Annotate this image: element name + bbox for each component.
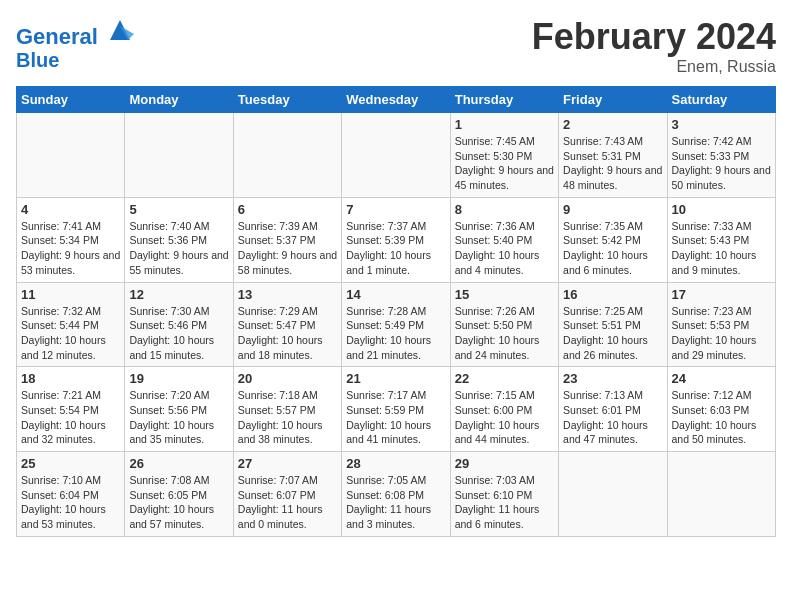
calendar-cell: 2Sunrise: 7:43 AMSunset: 5:31 PMDaylight… [559,113,667,198]
calendar-cell: 11Sunrise: 7:32 AMSunset: 5:44 PMDayligh… [17,282,125,367]
week-row-2: 11Sunrise: 7:32 AMSunset: 5:44 PMDayligh… [17,282,776,367]
calendar-cell: 15Sunrise: 7:26 AMSunset: 5:50 PMDayligh… [450,282,558,367]
calendar-cell: 10Sunrise: 7:33 AMSunset: 5:43 PMDayligh… [667,197,775,282]
calendar-cell: 26Sunrise: 7:08 AMSunset: 6:05 PMDayligh… [125,452,233,537]
calendar-cell: 5Sunrise: 7:40 AMSunset: 5:36 PMDaylight… [125,197,233,282]
day-info: Sunrise: 7:32 AMSunset: 5:44 PMDaylight:… [21,304,120,363]
day-number: 13 [238,287,337,302]
week-row-3: 18Sunrise: 7:21 AMSunset: 5:54 PMDayligh… [17,367,776,452]
day-number: 17 [672,287,771,302]
calendar-cell: 13Sunrise: 7:29 AMSunset: 5:47 PMDayligh… [233,282,341,367]
day-info: Sunrise: 7:07 AMSunset: 6:07 PMDaylight:… [238,473,337,532]
day-info: Sunrise: 7:05 AMSunset: 6:08 PMDaylight:… [346,473,445,532]
day-info: Sunrise: 7:43 AMSunset: 5:31 PMDaylight:… [563,134,662,193]
day-number: 14 [346,287,445,302]
calendar-cell: 12Sunrise: 7:30 AMSunset: 5:46 PMDayligh… [125,282,233,367]
day-number: 20 [238,371,337,386]
day-number: 5 [129,202,228,217]
calendar-body: 1Sunrise: 7:45 AMSunset: 5:30 PMDaylight… [17,113,776,537]
day-info: Sunrise: 7:23 AMSunset: 5:53 PMDaylight:… [672,304,771,363]
week-row-0: 1Sunrise: 7:45 AMSunset: 5:30 PMDaylight… [17,113,776,198]
calendar-cell [342,113,450,198]
day-number: 27 [238,456,337,471]
calendar-cell: 14Sunrise: 7:28 AMSunset: 5:49 PMDayligh… [342,282,450,367]
day-header-sunday: Sunday [17,87,125,113]
day-info: Sunrise: 7:29 AMSunset: 5:47 PMDaylight:… [238,304,337,363]
day-number: 25 [21,456,120,471]
day-info: Sunrise: 7:20 AMSunset: 5:56 PMDaylight:… [129,388,228,447]
day-info: Sunrise: 7:41 AMSunset: 5:34 PMDaylight:… [21,219,120,278]
location: Enem, Russia [532,58,776,76]
page-header: General Blue February 2024 Enem, Russia [16,16,776,76]
day-number: 12 [129,287,228,302]
calendar-cell: 4Sunrise: 7:41 AMSunset: 5:34 PMDaylight… [17,197,125,282]
logo: General Blue [16,16,134,71]
calendar-cell: 16Sunrise: 7:25 AMSunset: 5:51 PMDayligh… [559,282,667,367]
calendar-cell [233,113,341,198]
day-header-monday: Monday [125,87,233,113]
day-number: 22 [455,371,554,386]
calendar-cell: 19Sunrise: 7:20 AMSunset: 5:56 PMDayligh… [125,367,233,452]
day-number: 9 [563,202,662,217]
day-header-thursday: Thursday [450,87,558,113]
calendar-cell: 28Sunrise: 7:05 AMSunset: 6:08 PMDayligh… [342,452,450,537]
calendar-table: SundayMondayTuesdayWednesdayThursdayFrid… [16,86,776,537]
day-info: Sunrise: 7:30 AMSunset: 5:46 PMDaylight:… [129,304,228,363]
calendar-cell [559,452,667,537]
day-info: Sunrise: 7:45 AMSunset: 5:30 PMDaylight:… [455,134,554,193]
day-number: 21 [346,371,445,386]
day-number: 3 [672,117,771,132]
day-info: Sunrise: 7:15 AMSunset: 6:00 PMDaylight:… [455,388,554,447]
calendar-cell: 27Sunrise: 7:07 AMSunset: 6:07 PMDayligh… [233,452,341,537]
day-info: Sunrise: 7:26 AMSunset: 5:50 PMDaylight:… [455,304,554,363]
week-row-1: 4Sunrise: 7:41 AMSunset: 5:34 PMDaylight… [17,197,776,282]
title-block: February 2024 Enem, Russia [532,16,776,76]
day-number: 29 [455,456,554,471]
day-info: Sunrise: 7:28 AMSunset: 5:49 PMDaylight:… [346,304,445,363]
logo-icon [106,16,134,44]
day-info: Sunrise: 7:08 AMSunset: 6:05 PMDaylight:… [129,473,228,532]
calendar-cell: 21Sunrise: 7:17 AMSunset: 5:59 PMDayligh… [342,367,450,452]
header-row: SundayMondayTuesdayWednesdayThursdayFrid… [17,87,776,113]
calendar-header: SundayMondayTuesdayWednesdayThursdayFrid… [17,87,776,113]
day-number: 23 [563,371,662,386]
calendar-cell: 25Sunrise: 7:10 AMSunset: 6:04 PMDayligh… [17,452,125,537]
calendar-cell: 29Sunrise: 7:03 AMSunset: 6:10 PMDayligh… [450,452,558,537]
day-number: 2 [563,117,662,132]
day-number: 15 [455,287,554,302]
day-info: Sunrise: 7:37 AMSunset: 5:39 PMDaylight:… [346,219,445,278]
day-number: 19 [129,371,228,386]
day-info: Sunrise: 7:35 AMSunset: 5:42 PMDaylight:… [563,219,662,278]
calendar-cell: 7Sunrise: 7:37 AMSunset: 5:39 PMDaylight… [342,197,450,282]
day-header-wednesday: Wednesday [342,87,450,113]
day-number: 8 [455,202,554,217]
day-info: Sunrise: 7:39 AMSunset: 5:37 PMDaylight:… [238,219,337,278]
calendar-cell: 24Sunrise: 7:12 AMSunset: 6:03 PMDayligh… [667,367,775,452]
day-number: 26 [129,456,228,471]
day-number: 28 [346,456,445,471]
day-info: Sunrise: 7:36 AMSunset: 5:40 PMDaylight:… [455,219,554,278]
day-number: 11 [21,287,120,302]
day-number: 1 [455,117,554,132]
calendar-cell [667,452,775,537]
day-header-friday: Friday [559,87,667,113]
calendar-cell: 23Sunrise: 7:13 AMSunset: 6:01 PMDayligh… [559,367,667,452]
day-number: 16 [563,287,662,302]
calendar-cell: 20Sunrise: 7:18 AMSunset: 5:57 PMDayligh… [233,367,341,452]
month-title: February 2024 [532,16,776,58]
day-number: 10 [672,202,771,217]
day-header-tuesday: Tuesday [233,87,341,113]
day-info: Sunrise: 7:40 AMSunset: 5:36 PMDaylight:… [129,219,228,278]
calendar-cell: 18Sunrise: 7:21 AMSunset: 5:54 PMDayligh… [17,367,125,452]
calendar-cell [125,113,233,198]
calendar-cell [17,113,125,198]
logo-general: General [16,24,98,49]
day-info: Sunrise: 7:13 AMSunset: 6:01 PMDaylight:… [563,388,662,447]
calendar-cell: 3Sunrise: 7:42 AMSunset: 5:33 PMDaylight… [667,113,775,198]
week-row-4: 25Sunrise: 7:10 AMSunset: 6:04 PMDayligh… [17,452,776,537]
day-info: Sunrise: 7:42 AMSunset: 5:33 PMDaylight:… [672,134,771,193]
calendar-cell: 6Sunrise: 7:39 AMSunset: 5:37 PMDaylight… [233,197,341,282]
calendar-cell: 8Sunrise: 7:36 AMSunset: 5:40 PMDaylight… [450,197,558,282]
calendar-cell: 22Sunrise: 7:15 AMSunset: 6:00 PMDayligh… [450,367,558,452]
day-number: 18 [21,371,120,386]
